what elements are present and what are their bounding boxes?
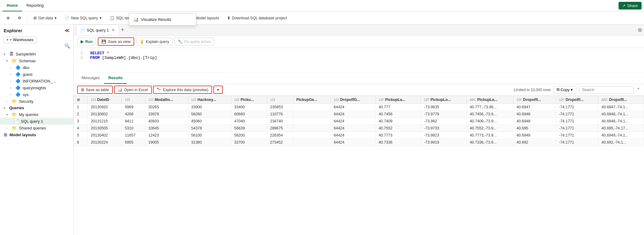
share-button[interactable]: ↗ Share	[619, 2, 642, 10]
explore-data-button[interactable]: 🔭 Explore this data (preview)	[153, 86, 212, 94]
col-header-medallio[interactable]: 123Medallio...	[145, 96, 188, 104]
col-header-pickupGe[interactable]: PickupGe...	[293, 96, 330, 104]
results-area: Messages Results ⊞ Save as table 📊 Open …	[74, 72, 644, 235]
search-input[interactable]	[579, 86, 634, 94]
table-cell-9: 40.777	[375, 104, 421, 111]
table-cell-1: 20130402	[88, 132, 122, 139]
table-cell-13: -74.1771	[556, 132, 598, 139]
tab-messages[interactable]: Messages	[77, 72, 104, 84]
settings-icon: ⚙	[18, 16, 21, 20]
collapse-results-button[interactable]: ⌃	[636, 87, 640, 93]
sidebar-item-model-layouts[interactable]: ⊞ Model layouts	[0, 131, 73, 138]
collapse-sidebar-icon[interactable]: ≪	[64, 28, 70, 33]
sidebar-item-information[interactable]: › 🔷 INFORMATION_...	[0, 78, 73, 84]
save-as-view-button[interactable]: 💾 Save as view	[98, 37, 134, 46]
get-data-icon: ⊞	[33, 16, 37, 20]
table-cell-7	[293, 132, 330, 139]
sidebar-label-queryinsights: queryinsights	[23, 86, 46, 90]
data-table: ⊞ 123DateID 123 123Medallio... 123Hackne…	[74, 96, 644, 146]
sidebar-item-schemas[interactable]: ▾ 📁 Schemas	[0, 57, 73, 64]
add-warehouses-row: + + Warehouses 🔍	[0, 35, 73, 51]
chevron-right-icon: ›	[10, 73, 13, 76]
sidebar-item-sys[interactable]: › 🔷 sys	[0, 91, 73, 98]
data-table-container[interactable]: ⊞ 123DateID 123 123Medallio... 123Hackne…	[74, 96, 644, 235]
new-sql-query-button[interactable]: 📄 New SQL query ▾	[61, 14, 105, 22]
table-cell-3: 40933	[145, 118, 188, 125]
explain-query-button[interactable]: 💡 Explain query	[136, 38, 173, 45]
col-header-dropoffl3[interactable]: ABCDropoffl...	[598, 96, 644, 104]
table-cell-9: 40.7552	[375, 125, 421, 132]
table-cell-5: 56639	[231, 125, 267, 132]
code-editor[interactable]: 1 SELECT * 2 FROM [SampleWH].[dbo].[Trip…	[74, 48, 644, 72]
col-header-dateID[interactable]: 123DateID	[88, 96, 122, 104]
open-in-excel-button[interactable]: 📊 Open in Excel	[114, 86, 152, 94]
query-tab-1[interactable]: 📄 SQL query 1 ✕	[76, 25, 119, 35]
excel-icon: 📊	[118, 87, 123, 92]
chevron-right-icon: ›	[10, 86, 13, 90]
sidebar-item-security[interactable]: › 📁 Security	[0, 98, 73, 105]
download-sql-button[interactable]: ⬇ Download SQL database project	[224, 14, 291, 22]
table-cell-2: 4268	[122, 111, 145, 118]
sidebar-item-guest[interactable]: › 🔷 guest	[0, 71, 73, 78]
col-header-dropoffG[interactable]: 123DropoffG...	[330, 96, 375, 104]
table-row: 6201302246955190053138032700273452644244…	[74, 139, 644, 146]
add-item-button[interactable]: ⊕	[3, 14, 13, 22]
query-tab-label: SQL query 1	[87, 28, 109, 33]
tab-home[interactable]: Home	[2, 0, 22, 11]
table-cell-12: 40.6947	[513, 104, 556, 111]
tab-results[interactable]: Results	[104, 72, 127, 84]
copy-tab-button[interactable]: ⧉	[638, 27, 642, 33]
col-header-picku[interactable]: 123Picku...	[231, 96, 267, 104]
sidebar-item-queryinsights[interactable]: › 🔷 queryinsights	[0, 84, 73, 91]
table-cell-6: 273452	[267, 139, 293, 146]
settings-button[interactable]: ⚙	[14, 14, 25, 22]
col-header-dropoffl[interactable]: 12FDropoffl...	[513, 96, 556, 104]
chevron-right-icon: ›	[10, 93, 13, 96]
dropdown-arrow-button[interactable]: ▾	[213, 86, 223, 94]
sidebar-item-my-queries[interactable]: ▾ 📁 My queries	[0, 111, 73, 118]
sidebar-label-schemas: Schemas	[19, 59, 36, 63]
sidebar-item-queries[interactable]: ▾ Queries	[0, 105, 73, 111]
search-sidebar-button[interactable]: 🔍	[64, 43, 70, 49]
col-header-dropoffl2[interactable]: 12FDropoffl...	[556, 96, 598, 104]
copy-button[interactable]: ⧉ Copy ▾	[553, 86, 576, 94]
col-header-pickupLa2[interactable]: ABCPickupLa...	[467, 96, 513, 104]
col-header-hackney[interactable]: 123Hackney...	[188, 96, 231, 104]
table-cell-14: 40.695,-74.17...	[598, 125, 644, 132]
sidebar-label-sys: sys	[23, 92, 29, 97]
col-header-col2[interactable]: 123	[122, 96, 145, 104]
table-cell-6: 289675	[267, 125, 293, 132]
get-data-button[interactable]: ⊞ Get data ▾	[30, 14, 60, 22]
run-button[interactable]: ▶ Run	[77, 38, 96, 45]
query-toolbar: ▶ Run 💾 Save as view 💡 Explain query 🔧 F…	[74, 36, 644, 48]
file-icon: 📄	[13, 119, 19, 124]
add-warehouses-button[interactable]: + + Warehouses	[3, 37, 37, 43]
close-tab-button[interactable]: ✕	[111, 28, 115, 32]
sidebar-item-shared-queries[interactable]: › 📁 Shared queries	[0, 125, 73, 131]
col-header-pickupLo[interactable]: 12FPickupLo...	[421, 96, 467, 104]
table-cell-13: -74.1771	[556, 104, 598, 111]
table-cell-14: 40.6948,-74.1...	[598, 118, 644, 125]
chevron-down-icon: ▾	[55, 16, 57, 20]
table-cell-13: -74.1771	[556, 118, 598, 125]
table-cell-4: 31380	[188, 139, 231, 146]
sidebar-header: Explorer ≪	[0, 25, 73, 35]
table-cell-3: 20265	[145, 104, 188, 111]
sidebar: Explorer ≪ + + Warehouses 🔍 ▾ 🗄 SampleWH…	[0, 25, 74, 235]
table-row: 3201312158411409334506047040234740644244…	[74, 118, 644, 125]
new-tab-button[interactable]: +	[121, 27, 124, 33]
table-cell-10: -73.9919	[421, 139, 467, 146]
save-as-table-button[interactable]: ⊞ Save as table	[77, 86, 113, 94]
table-cell-10: -73.982	[421, 118, 467, 125]
col-header-pickupLa[interactable]: 12FPickupLa...	[375, 96, 421, 104]
table-cell-13: -74.1771	[556, 125, 598, 132]
chevron-right-icon: ›	[6, 100, 10, 103]
tab-reporting[interactable]: Reporting	[22, 0, 48, 11]
col-header-chart[interactable]: 123	[267, 96, 293, 104]
table-header-row: ⊞ 123DateID 123 123Medallio... 123Hackne…	[74, 96, 644, 104]
sidebar-item-sampleWH[interactable]: ▾ 🗄 SampleWH	[0, 51, 73, 57]
fix-query-errors-button[interactable]: 🔧 Fix query errors	[174, 38, 215, 45]
sidebar-item-sql-query-1[interactable]: 📄 SQL query 1	[0, 118, 73, 125]
sidebar-item-dbo[interactable]: › 🔷 dbo	[0, 64, 73, 71]
toolbar-separator-1	[27, 15, 28, 21]
